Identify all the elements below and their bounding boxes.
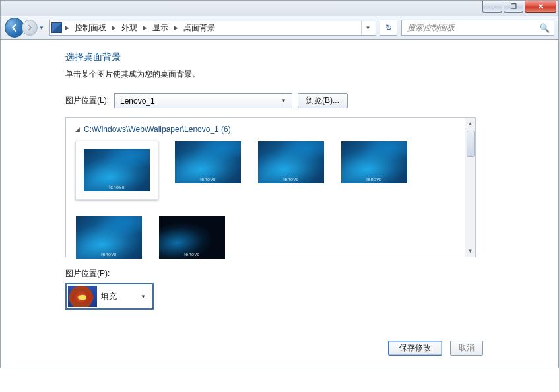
window-controls: — ❐ ✕ bbox=[482, 1, 556, 13]
crumb-control-panel[interactable]: 控制面板 bbox=[72, 22, 109, 34]
scrollbar-thumb[interactable] bbox=[467, 131, 475, 157]
wallpaper-brand-label: lenovo bbox=[200, 177, 216, 181]
page-subtext: 单击某个图片使其成为您的桌面背景。 bbox=[65, 69, 558, 80]
save-changes-label: 保存修改 bbox=[399, 343, 431, 354]
search-box[interactable]: 🔍 bbox=[401, 20, 554, 36]
picture-location-value: Lenovo_1 bbox=[120, 96, 155, 106]
position-preview-icon bbox=[68, 286, 97, 307]
wallpaper-group-path: C:\Windows\Web\Wallpaper\Lenovo_1 (6) bbox=[84, 125, 231, 134]
crumb-appearance[interactable]: 外观 bbox=[119, 22, 140, 34]
nav-buttons: ▼ bbox=[5, 18, 46, 38]
maximize-icon: ❐ bbox=[511, 3, 517, 10]
picture-location-row: 图片位置(L): Lenovo_1 ▼ 浏览(B)... bbox=[65, 93, 558, 108]
minimize-icon: — bbox=[489, 3, 496, 10]
explorer-toolbar: ▼ ▶ 控制面板 ▶ 外观 ▶ 显示 ▶ 桌面背景 ▼ ↻ 🔍 bbox=[0, 16, 559, 40]
browse-button-label: 浏览(B)... bbox=[306, 95, 339, 106]
forward-button[interactable] bbox=[22, 20, 38, 36]
chevron-right-icon: ▶ bbox=[141, 24, 148, 31]
wallpaper-brand-label: lenovo bbox=[109, 185, 125, 189]
breadcrumb[interactable]: ▶ 控制面板 ▶ 外观 ▶ 显示 ▶ 桌面背景 ▼ bbox=[49, 20, 376, 36]
wallpaper-group-header[interactable]: ◢ C:\Windows\Web\Wallpaper\Lenovo_1 (6) bbox=[75, 125, 461, 134]
nav-history-dropdown[interactable]: ▼ bbox=[38, 21, 46, 34]
wallpaper-brand-label: lenovo bbox=[283, 177, 299, 181]
wallpaper-thumb[interactable]: lenovo bbox=[75, 216, 143, 259]
crumb-desktop-background[interactable]: 桌面背景 bbox=[181, 22, 218, 34]
arrow-right-icon bbox=[26, 24, 33, 31]
maximize-button[interactable]: ❐ bbox=[504, 1, 523, 13]
chevron-right-icon: ▶ bbox=[63, 24, 71, 31]
chevron-down-icon: ▼ bbox=[279, 98, 289, 104]
wallpaper-brand-label: lenovo bbox=[184, 252, 200, 257]
close-icon: ✕ bbox=[538, 3, 543, 10]
wallpaper-thumb-list: lenovo lenovo lenovo lenovo lenovo lenov… bbox=[75, 141, 461, 259]
collapse-toggle-icon[interactable]: ◢ bbox=[75, 126, 80, 133]
window-titlebar: — ❐ ✕ bbox=[0, 0, 559, 16]
wallpaper-brand-label: lenovo bbox=[101, 252, 117, 257]
wallpaper-thumb-selected[interactable]: lenovo bbox=[75, 141, 158, 200]
dialog-buttons: 保存修改 取消 bbox=[388, 341, 483, 356]
search-input[interactable] bbox=[406, 22, 539, 33]
picture-location-combo[interactable]: Lenovo_1 ▼ bbox=[114, 93, 292, 108]
minimize-button[interactable]: — bbox=[482, 1, 502, 13]
picture-position-combo[interactable]: 填充 ▼ bbox=[65, 283, 154, 310]
control-panel-icon bbox=[51, 22, 62, 33]
content-pane: 选择桌面背景 单击某个图片使其成为您的桌面背景。 图片位置(L): Lenovo… bbox=[0, 40, 559, 368]
wallpaper-thumb[interactable]: lenovo bbox=[257, 141, 325, 200]
wallpaper-thumb[interactable]: lenovo bbox=[158, 216, 226, 259]
cancel-button[interactable]: 取消 bbox=[450, 341, 483, 356]
gallery-scrollbar[interactable]: ▲ ▼ bbox=[465, 118, 475, 257]
save-changes-button[interactable]: 保存修改 bbox=[388, 341, 442, 356]
wallpaper-gallery: ◢ C:\Windows\Web\Wallpaper\Lenovo_1 (6) … bbox=[65, 117, 476, 257]
picture-position-label: 图片位置(P): bbox=[65, 268, 558, 279]
scroll-up-icon[interactable]: ▲ bbox=[468, 118, 473, 129]
refresh-button[interactable]: ↻ bbox=[380, 20, 397, 36]
page-heading: 选择桌面背景 bbox=[65, 51, 558, 63]
arrow-left-icon bbox=[10, 23, 19, 32]
search-icon: 🔍 bbox=[539, 23, 550, 33]
scroll-down-icon[interactable]: ▼ bbox=[468, 245, 473, 257]
crumb-display[interactable]: 显示 bbox=[150, 22, 171, 34]
picture-position-value: 填充 bbox=[101, 291, 117, 302]
chevron-down-icon: ▼ bbox=[138, 294, 148, 300]
chevron-right-icon: ▶ bbox=[110, 24, 117, 31]
refresh-icon: ↻ bbox=[385, 23, 392, 32]
breadcrumb-dropdown[interactable]: ▼ bbox=[361, 20, 374, 35]
wallpaper-brand-label: lenovo bbox=[366, 177, 382, 181]
close-button[interactable]: ✕ bbox=[525, 1, 556, 13]
cancel-label: 取消 bbox=[459, 343, 475, 354]
browse-button[interactable]: 浏览(B)... bbox=[298, 93, 348, 108]
wallpaper-thumb[interactable]: lenovo bbox=[341, 141, 408, 200]
chevron-right-icon: ▶ bbox=[172, 24, 180, 31]
wallpaper-thumb[interactable]: lenovo bbox=[174, 141, 242, 200]
picture-location-label: 图片位置(L): bbox=[65, 95, 109, 106]
